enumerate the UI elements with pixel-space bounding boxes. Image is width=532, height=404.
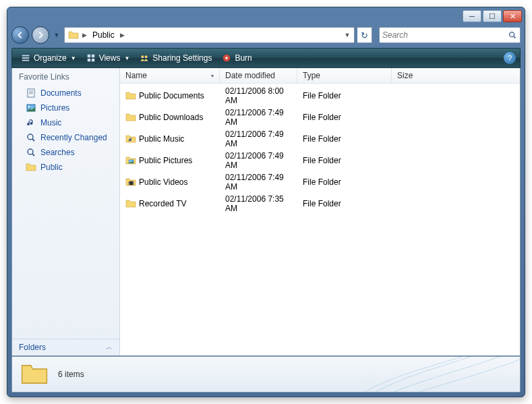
command-bar: Organize ▼ Views ▼ Sharing Settings Burn… <box>11 48 521 68</box>
file-date: 02/11/2006 7:35 AM <box>220 194 297 214</box>
svg-point-17 <box>145 55 148 58</box>
close-button[interactable]: ✕ <box>503 10 522 22</box>
documents-icon <box>26 88 36 98</box>
svg-rect-11 <box>22 60 30 61</box>
sidebar-item-public[interactable]: Public <box>12 160 119 175</box>
file-row[interactable]: Public Music02/11/2006 7:49 AMFile Folde… <box>120 128 520 150</box>
breadcrumb-root-chevron[interactable]: ▶ <box>81 32 88 38</box>
search-icon <box>26 132 36 143</box>
sort-indicator-icon: ▾ <box>211 73 214 79</box>
file-size <box>392 117 520 118</box>
file-row[interactable]: Public Videos02/11/2006 7:49 AMFile Fold… <box>120 171 520 193</box>
sidebar-item-searches[interactable]: Searches <box>12 145 119 160</box>
file-size <box>392 203 520 204</box>
burn-button[interactable]: Burn <box>217 51 256 65</box>
breadcrumb-chevron[interactable]: ▶ <box>119 32 126 38</box>
file-row[interactable]: Public Pictures02/11/2006 7:49 AMFile Fo… <box>120 150 520 171</box>
burn-icon <box>221 53 232 63</box>
file-date: 02/11/2006 8:00 AM <box>220 86 297 106</box>
sharing-icon <box>139 53 150 63</box>
file-row[interactable]: Recorded TV02/11/2006 7:35 AMFile Folder <box>120 193 520 214</box>
decorative-swoosh <box>365 356 521 393</box>
forward-button[interactable] <box>32 26 49 44</box>
file-row[interactable]: Public Documents02/11/2006 8:00 AMFile F… <box>120 85 520 107</box>
file-type: File Folder <box>297 177 392 187</box>
column-type[interactable]: Type <box>297 68 392 83</box>
file-type: File Folder <box>297 112 392 123</box>
folder-icon <box>20 360 49 388</box>
chevron-down-icon: ▼ <box>124 55 129 61</box>
sidebar-item-label: Pictures <box>40 103 69 113</box>
navigation-row: ▼ ▶ Public ▶ ▼ ↻ <box>11 25 521 45</box>
content-area: Favorite Links DocumentsPicturesMusicRec… <box>11 68 521 356</box>
svg-rect-9 <box>22 55 30 57</box>
file-type: File Folder <box>297 155 392 166</box>
file-size <box>392 138 520 140</box>
breadcrumb-current[interactable]: Public <box>88 30 119 40</box>
folders-label: Folders <box>19 343 46 352</box>
file-row[interactable]: Public Downloads02/11/2006 7:49 AMFile F… <box>120 107 520 128</box>
maximize-button[interactable]: ☐ <box>483 10 502 22</box>
file-name: Public Pictures <box>139 156 192 165</box>
sidebar-item-pictures[interactable]: Pictures <box>12 100 119 115</box>
file-name: Public Videos <box>139 177 188 187</box>
svg-point-16 <box>142 55 144 58</box>
file-name: Recorded TV <box>139 199 186 208</box>
organize-button[interactable]: Organize ▼ <box>16 51 80 65</box>
svg-rect-12 <box>87 55 90 57</box>
nav-history-dropdown[interactable]: ▼ <box>52 28 61 42</box>
sharing-settings-button[interactable]: Sharing Settings <box>135 51 216 65</box>
file-date: 02/11/2006 7:49 AM <box>220 150 297 171</box>
folder-icon <box>67 29 80 41</box>
address-bar[interactable]: ▶ Public ▶ ▼ <box>64 27 355 43</box>
folder-icon <box>125 112 136 123</box>
svg-rect-10 <box>22 57 30 59</box>
file-list: Name▾ Date modified Type Size Public Doc… <box>120 68 520 355</box>
favorites-heading: Favorite Links <box>12 68 119 86</box>
folder-icon <box>26 162 36 173</box>
sidebar-item-documents[interactable]: Documents <box>12 86 119 100</box>
details-pane: 6 items <box>11 356 521 393</box>
music-icon <box>26 117 36 128</box>
sidebar-item-label: Public <box>40 163 63 172</box>
chevron-down-icon: ▼ <box>71 55 76 61</box>
refresh-button[interactable]: ↻ <box>357 27 372 43</box>
file-rows: Public Documents02/11/2006 8:00 AMFile F… <box>120 84 520 355</box>
file-name: Public Documents <box>139 91 204 100</box>
sidebar-item-music[interactable]: Music <box>12 115 119 130</box>
file-type: File Folder <box>297 198 392 209</box>
pictures-icon <box>26 103 36 113</box>
titlebar[interactable]: ─ ☐ ✕ <box>7 7 525 25</box>
search-input[interactable] <box>382 30 508 40</box>
column-size[interactable]: Size <box>392 68 520 83</box>
column-name[interactable]: Name▾ <box>120 68 220 83</box>
column-date[interactable]: Date modified <box>220 68 297 83</box>
sidebar-item-label: Documents <box>40 88 82 98</box>
svg-point-19 <box>226 57 229 59</box>
sharing-label: Sharing Settings <box>152 53 212 63</box>
file-name: Public Music <box>139 134 184 144</box>
burn-label: Burn <box>235 53 252 63</box>
picture-folder-icon <box>125 155 136 166</box>
favorites-sidebar: Favorite Links DocumentsPicturesMusicRec… <box>12 68 120 355</box>
views-button[interactable]: Views ▼ <box>82 51 134 65</box>
file-type: File Folder <box>297 134 392 144</box>
sidebar-item-label: Searches <box>40 148 75 157</box>
search-icon[interactable] <box>508 30 517 40</box>
search-box[interactable] <box>379 27 521 43</box>
folders-toggle[interactable]: Folders ︿ <box>12 339 119 355</box>
help-button[interactable]: ? <box>504 52 516 64</box>
item-count: 6 items <box>58 370 84 379</box>
organize-label: Organize <box>34 53 67 63</box>
explorer-window: ─ ☐ ✕ ▼ ▶ Public ▶ ▼ ↻ <box>7 7 525 397</box>
column-headers: Name▾ Date modified Type Size <box>120 68 520 84</box>
folder-icon <box>125 198 136 209</box>
sidebar-item-recently-changed[interactable]: Recently Changed <box>12 130 119 145</box>
search-icon <box>26 147 36 158</box>
svg-rect-13 <box>92 55 94 57</box>
file-name: Public Downloads <box>139 113 203 122</box>
svg-rect-15 <box>92 59 94 61</box>
minimize-button[interactable]: ─ <box>463 10 481 22</box>
address-dropdown[interactable]: ▼ <box>342 32 353 38</box>
back-button[interactable] <box>11 26 29 44</box>
